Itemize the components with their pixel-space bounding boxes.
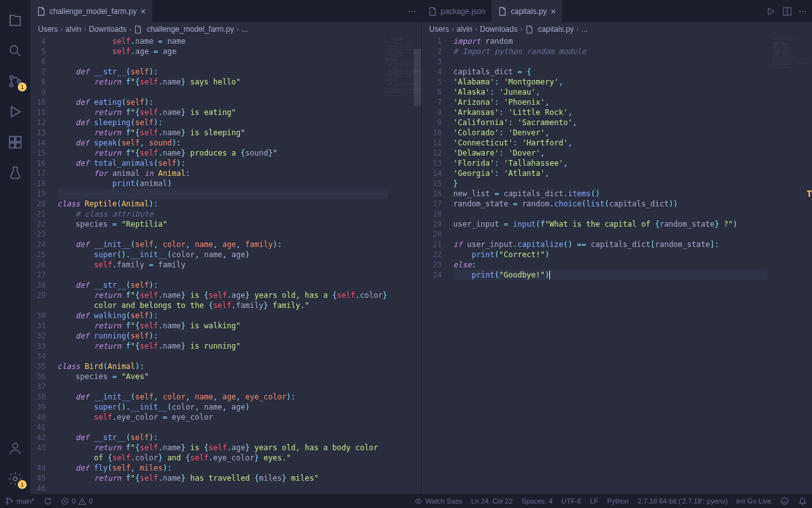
code-line[interactable]: species = "Reptilia" [57,219,387,229]
code-line[interactable]: 'Alaska': 'Juneau', [454,87,768,97]
code-line[interactable]: def sleeping(self): [57,117,387,128]
code-line[interactable]: def fly(self, miles): [57,463,387,473]
breadcrumb-segment[interactable]: ... [582,25,588,34]
code-line[interactable]: self.age = age [57,46,387,57]
code-line[interactable] [454,209,768,219]
eol-status[interactable]: LF [590,497,598,505]
more-icon[interactable]: ⋯ [799,6,807,17]
cursor-position-status[interactable]: Ln 24, Col 22 [471,497,513,505]
code-line[interactable]: return f"{self.name} has travelled {mile… [57,473,387,483]
code-line[interactable]: class Bird(Animal): [57,361,387,371]
testing-icon[interactable] [0,157,30,188]
tab-challenge-model-farm[interactable]: challenge_model_farm.py × [30,0,152,22]
breadcrumb-segment[interactable]: alvin [65,25,81,34]
code-line[interactable]: # Import python random module [454,46,768,57]
code-line[interactable]: 'Florida': 'Tallahassee', [454,158,768,168]
run-icon[interactable] [766,6,776,17]
minimap-left[interactable]: self.name = name self.age = age def __st… [388,36,421,494]
code-line[interactable]: if user_input.capitalize() == capitals_d… [454,239,768,250]
explorer-icon[interactable] [0,5,30,36]
breadcrumb-segment[interactable]: Downloads [480,25,518,34]
code-line[interactable]: random_state = random.choice(list(capita… [454,199,768,209]
code-lines[interactable]: self.name = name self.age = age def __st… [57,36,387,494]
code-line[interactable]: def running(self): [57,331,387,341]
interpreter-status[interactable]: 2.7.18 64-bit ('2.7.18': pyenv) [638,497,728,505]
code-line[interactable]: return f"{self.name} is {self.age} years… [57,290,387,300]
breadcrumb-segment[interactable]: challenge_model_farm.py [147,25,233,34]
code-line[interactable] [57,483,387,493]
code-line[interactable]: return f"{self.name} is running" [57,341,387,351]
code-line[interactable]: 'Colorado': 'Denver', [454,128,768,138]
code-line[interactable]: 'Arkansas': 'Little Rock', [454,107,768,117]
code-line[interactable]: print("Correct!") [454,250,768,260]
code-line[interactable]: return f"{self.name} is eating" [57,107,387,117]
branch-status[interactable]: main* [5,497,34,505]
code-line[interactable]: def eating(self): [57,97,387,107]
code-line[interactable]: color and belongs to the {self.family} f… [57,300,387,311]
code-line[interactable]: def __init__(self, color, name, age, fam… [57,239,387,250]
code-line[interactable]: import random [454,36,768,46]
search-icon[interactable] [0,36,30,66]
code-line[interactable]: else: [454,260,768,270]
code-line[interactable]: self.name = name [57,36,387,46]
bell-icon[interactable] [798,497,807,505]
code-line[interactable]: return f"{self.name} says hello" [57,77,387,87]
language-status[interactable]: Python [607,497,629,505]
source-control-icon[interactable]: 1 [0,66,30,97]
code-line[interactable]: return f"{self.name} produces a {sound}" [57,148,387,158]
breadcrumb-left[interactable]: Users›alvin›Downloads›challenge_model_fa… [30,22,421,36]
code-line[interactable]: def __str__(self): [57,432,387,443]
run-debug-icon[interactable] [0,97,30,127]
settings-icon[interactable]: 1 [0,464,30,494]
code-line[interactable]: 'Arizona': 'Phoenix', [454,97,768,107]
breadcrumb-segment[interactable]: Users [429,25,449,34]
sync-status[interactable] [43,497,52,505]
code-line[interactable]: def speak(self, speak = "chirp"): [57,493,387,494]
code-line[interactable] [57,270,387,280]
problems-status[interactable]: 0 0 [61,497,93,505]
code-line[interactable]: class Reptile(Animal): [57,199,387,209]
tab-package-json[interactable]: package.json [422,0,492,22]
code-line[interactable]: 'California': 'Sacramento', [454,117,768,128]
code-line[interactable] [57,382,387,392]
breadcrumb-segment[interactable]: Downloads [89,25,126,34]
breadcrumb-segment[interactable]: capitals.py [538,25,574,34]
go-live-status[interactable]: Go Live [737,497,771,505]
code-line[interactable]: print("Goodbye!") [454,270,768,280]
minimap-slider[interactable] [414,49,421,106]
code-line[interactable] [57,189,387,199]
tab-capitals-py[interactable]: capitals.py× [492,0,562,22]
code-line[interactable]: for animal in Animal: [57,168,387,178]
code-line[interactable] [57,422,387,432]
code-line[interactable]: of {self.color} and {self.eye_color} eye… [57,453,387,463]
code-line[interactable]: user_input = input(f"What is the capital… [454,219,768,229]
code-line[interactable]: self.family = family [57,260,387,270]
code-line[interactable]: # class attribute [57,209,387,219]
breadcrumb-segment[interactable]: alvin [457,25,473,34]
encoding-status[interactable]: UTF-8 [561,497,581,505]
accounts-icon[interactable] [0,433,30,464]
code-line[interactable]: return f"{self.name} is sleeping" [57,128,387,138]
code-line[interactable] [454,229,768,239]
breadcrumb-segment[interactable]: Users [38,25,58,34]
code-line[interactable]: self.eye_color = eye_color [57,412,387,422]
watch-sass-status[interactable]: Watch Sass [414,497,462,505]
breadcrumb-segment[interactable]: ... [242,25,248,34]
code-line[interactable]: super().__init__(color, name, age) [57,402,387,412]
minimap-right[interactable]: import random # Import python random mod… [768,36,812,494]
close-icon[interactable]: × [551,6,556,17]
indent-status[interactable]: Spaces: 4 [521,497,553,505]
extensions-icon[interactable] [0,127,30,157]
code-line[interactable]: } [454,178,768,189]
code-line[interactable] [57,87,387,97]
code-line[interactable]: 'Georgia': 'Atlanta', [454,168,768,178]
code-area-left[interactable]: 4567891011121314151617181920212223242526… [30,36,421,494]
code-line[interactable]: def __str__(self): [57,67,387,77]
code-line[interactable]: 'Delaware': 'Dover', [454,148,768,158]
code-line[interactable]: 'Alabama': 'Montgomery', [454,77,768,87]
code-line[interactable]: capitals_dict = { [454,67,768,77]
code-line[interactable]: print(animal) [57,178,387,189]
breadcrumb-right[interactable]: Users›alvin›Downloads›capitals.py›... [422,22,813,36]
code-line[interactable]: return f"{self.name} is {self.age} years… [57,443,387,453]
close-icon[interactable]: × [140,6,145,17]
